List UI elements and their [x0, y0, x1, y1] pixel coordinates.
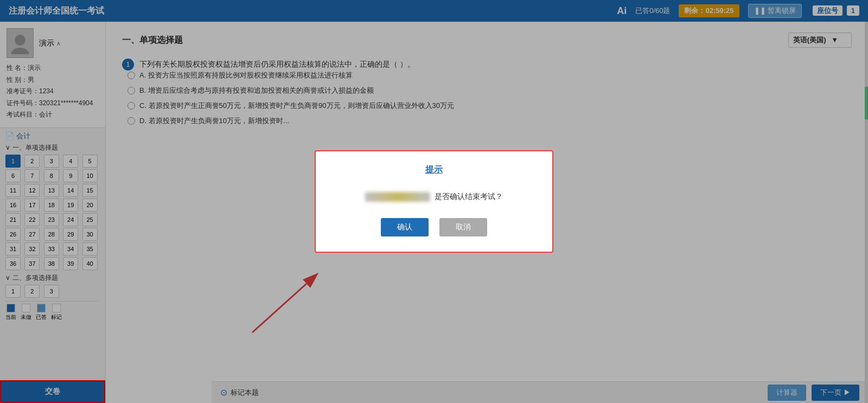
blurred-name	[365, 192, 430, 202]
dialog-body: 是否确认结束考试？	[332, 192, 536, 202]
dialog-title: 提示	[332, 164, 536, 176]
cancel-button[interactable]: 取消	[439, 218, 487, 236]
confirm-button[interactable]: 确认	[381, 218, 429, 236]
dialog-message: 是否确认结束考试？	[435, 192, 503, 202]
confirm-dialog: 提示 是否确认结束考试？ 确认 取消	[315, 150, 553, 253]
modal-overlay: 提示 是否确认结束考试？ 确认 取消	[0, 0, 868, 403]
dialog-buttons: 确认 取消	[332, 218, 536, 236]
